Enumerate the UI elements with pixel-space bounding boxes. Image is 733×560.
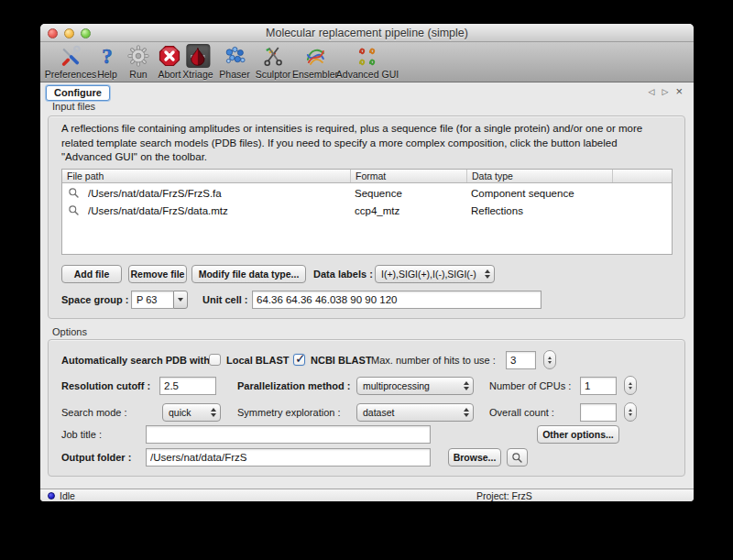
toolbar-item-run[interactable]: Run [126,44,150,80]
toolbar-item-phaser[interactable]: Phaser [219,44,249,80]
toolbar-item-label: Ensembler [292,69,338,80]
num-cpus-input[interactable] [580,377,617,395]
column-header-data-type[interactable]: Data type [467,170,613,182]
remove-file-button[interactable]: Remove file [128,265,187,283]
toolbar-item-label: Xtriage [182,69,213,80]
toolbar-item-ensembler[interactable]: Ensembler [292,44,338,80]
column-header-format[interactable]: Format [351,170,467,182]
search-mode-value: quick [163,404,207,421]
project-label: Project: FrzS [476,489,532,502]
file-table: File path Format Data type /Users/nat/da… [61,169,673,255]
browse-button[interactable]: Browse... [448,448,501,467]
ribbons-icon [303,44,327,68]
job-title-label: Job title : [61,425,102,444]
toolbar-item-xtriage[interactable]: Xtriage [182,44,213,80]
table-row[interactable]: /Users/nat/data/FrzS/FrzS.fa Sequence Co… [62,185,672,201]
parallelization-value: multiprocessing [357,378,460,394]
ncbi-blast-checkbox[interactable] [293,354,305,366]
input-files-groupbox: A reflections file containing amplitudes… [48,115,685,319]
max-hits-label: Max. number of hits to use : [371,351,496,369]
unit-cell-input[interactable] [252,291,542,309]
column-header-file-path[interactable]: File path [62,170,351,182]
auto-search-label: Automatically search PDB with : [61,351,216,369]
droplet-icon [186,44,210,68]
toolbar-item-help[interactable]: ? Help [95,44,119,80]
toolbar-item-label: Sculptor [256,69,291,80]
data-labels-label: Data labels : [313,265,373,283]
symmetry-value: dataset [357,404,460,421]
local-blast-label: Local BLAST [226,351,289,369]
toolbar-item-sculptor[interactable]: Sculptor [256,44,291,80]
screen: Molecular replacement pipeline (simple) … [0,0,733,560]
parallelization-select[interactable]: multiprocessing [356,377,474,395]
zoom-window-button[interactable] [81,28,91,38]
file-path-cell: /Users/nat/data/FrzS/FrzS.fa [88,188,351,199]
options-groupbox: Automatically search PDB with : Local BL… [48,339,685,477]
modify-file-data-type-button[interactable]: Modify file data type... [191,265,306,283]
status-indicator-icon [48,492,55,500]
resolution-cutoff-input[interactable] [159,377,216,395]
max-hits-stepper[interactable] [543,350,556,369]
tab-navigation: ◁ ▷ × [649,87,683,96]
overall-count-stepper[interactable] [624,402,637,422]
status-bar: Idle Project: FrzS [40,489,694,501]
close-tab-icon[interactable]: × [675,87,683,96]
unit-cell-label: Unit cell : [202,291,248,309]
toolbar-item-label: Abort [158,69,181,80]
output-folder-label: Output folder : [61,448,131,467]
options-section-label: Options [52,326,87,337]
scissors-icon [261,44,285,68]
toolbar-item-advanced-gui[interactable]: Advanced GUI [336,44,399,80]
parallelization-method-label: Parallelization method : [237,377,350,395]
data-type-cell: Reflections [467,205,672,216]
status-text: Idle [60,489,75,502]
space-group-value: P 63 [131,291,173,309]
num-cpus-stepper[interactable] [624,376,637,395]
resolution-cutoff-label: Resolution cutoff : [61,377,150,395]
ncbi-blast-label: NCBI BLAST [311,351,372,369]
titlebar: Molecular replacement pipeline (simple) [40,24,694,42]
toolbar: Preferences ? Help [40,42,694,82]
file-path-cell: /Users/nat/data/FrzS/data.mtz [88,205,351,216]
num-cpus-label: Number of CPUs : [489,377,571,395]
toolbar-item-label: Run [129,69,147,80]
symmetry-select[interactable]: dataset [356,403,474,422]
data-type-cell: Component sequence [467,188,672,199]
toolbar-item-label: Phaser [219,69,249,80]
symmetry-exploration-label: Symmetry exploration : [237,403,340,422]
output-folder-input[interactable] [146,448,431,467]
input-files-section-label: Input files [52,101,95,112]
dropdown-arrow-icon[interactable] [173,291,188,309]
file-table-header: File path Format Data type [62,170,672,183]
close-window-button[interactable] [48,28,58,38]
toolbar-item-preferences[interactable]: Preferences [45,44,97,80]
search-mode-select[interactable]: quick [162,403,221,422]
question-icon: ? [95,44,119,68]
format-cell: Sequence [351,188,467,199]
magnifier-icon[interactable] [62,187,88,199]
popup-arrows-icon [460,404,473,421]
minimize-window-button[interactable] [64,28,74,38]
overall-count-input[interactable] [580,403,617,422]
space-group-combo[interactable]: P 63 [131,291,188,309]
toolbar-item-label: Advanced GUI [336,69,399,80]
nav-forward-icon[interactable]: ▷ [662,87,668,96]
tab-configure[interactable]: Configure [46,85,110,101]
table-row[interactable]: /Users/nat/data/FrzS/data.mtz ccp4_mtz R… [62,203,672,218]
magnifier-icon[interactable] [62,204,88,216]
local-blast-checkbox[interactable] [209,354,221,366]
column-header-blank [613,170,672,182]
search-folder-button[interactable] [507,448,528,467]
add-file-button[interactable]: Add file [61,265,122,283]
popup-arrows-icon [481,266,494,282]
toolbar-item-abort[interactable]: Abort [158,44,181,80]
popup-arrows-icon [207,404,220,421]
molecule-icon [223,44,246,68]
job-title-input[interactable] [146,425,431,444]
max-hits-input[interactable] [506,351,536,369]
other-options-button[interactable]: Other options... [537,425,619,444]
window-title: Molecular replacement pipeline (simple) [40,24,694,42]
toolbar-item-label: Help [97,69,117,80]
nav-back-icon[interactable]: ◁ [649,87,655,96]
data-labels-select[interactable]: I(+),SIGI(+),I(-),SIGI(-) [375,265,495,283]
